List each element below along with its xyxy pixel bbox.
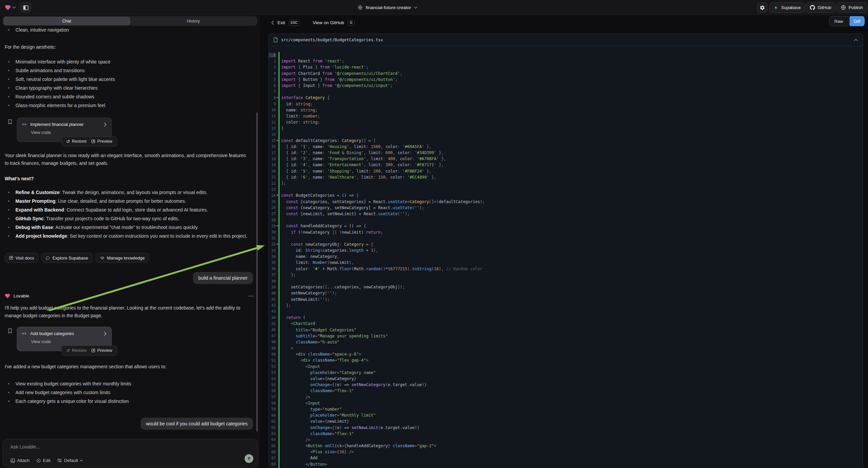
code-scroll-area[interactable]: 12import React from 'react';3import { Pl… (269, 46, 863, 468)
composer-input[interactable]: Ask Lovable... (10, 444, 40, 449)
view-code-link[interactable]: View code (31, 130, 107, 135)
list-item: Add project knowledge: Set key context o… (5, 232, 251, 240)
view-on-github-button[interactable]: View on GitHub (313, 20, 344, 25)
line-number: 11 (269, 114, 276, 118)
list-item: Soft, neutral color palette with light b… (5, 75, 251, 84)
fold-chevron-icon[interactable] (276, 244, 278, 245)
gear-icon (760, 5, 765, 10)
raw-diff-toggle: Raw Diff (829, 16, 865, 26)
attach-button[interactable]: Attach (10, 458, 30, 463)
project-switcher[interactable]: financial-future-creator (358, 0, 417, 15)
external-link-icon (9, 256, 13, 260)
preview-button[interactable]: Preview (91, 139, 112, 144)
code-text: }; (278, 303, 291, 308)
code-text: <Input (278, 401, 320, 406)
code-line: 54 value={newCategory} (269, 376, 863, 382)
list-item: Master Prompting: Use clear, detailed, a… (5, 197, 251, 205)
chevron-left-icon[interactable] (271, 21, 274, 25)
diff-toggle-button[interactable]: Diff (849, 16, 865, 26)
code-text: const defaultCategories: Category[] = [ (278, 138, 376, 143)
code-line: 59 type="number" (269, 406, 863, 412)
tab-chat[interactable]: Chat (3, 17, 130, 25)
tab-history[interactable]: History (130, 17, 257, 25)
code-line: 35 limit: Number(newLimit), (269, 260, 863, 266)
github-button-label: GitHub (818, 5, 831, 10)
chevron-up-icon (854, 39, 858, 41)
code-line: 5import { Button } from '@/components/ui… (269, 77, 863, 83)
fold-chevron-icon[interactable] (276, 140, 278, 141)
line-number: 25 (269, 199, 276, 204)
line-number: 34 (269, 255, 276, 259)
restore-button[interactable]: ↺ Restore (66, 348, 87, 353)
edit-mode-button[interactable]: Edit (36, 458, 50, 463)
arrow-up-icon (247, 457, 251, 461)
sidebar-toggle-button[interactable] (20, 2, 31, 13)
line-number: 4 (269, 71, 276, 76)
list-item: Expand with Backend: Connect Supabase to… (5, 205, 251, 214)
lovable-logo-icon[interactable] (5, 4, 11, 11)
code-text: setNewCategory(''); (278, 291, 337, 295)
fold-chevron-icon[interactable] (276, 195, 278, 196)
code-line: 63 className="flex-1" (269, 431, 863, 437)
line-number: 65 (269, 444, 276, 448)
bookmark-icon[interactable] (7, 328, 13, 334)
code-text: /> (278, 437, 310, 442)
line-number: 30 (269, 230, 276, 234)
raw-toggle-button[interactable]: Raw (829, 16, 848, 26)
publish-button[interactable]: Publish (836, 2, 867, 13)
line-number: 67 (269, 456, 276, 460)
chevron-right-icon (104, 122, 107, 126)
code-line: 11 limit: number; (269, 113, 863, 119)
send-button[interactable] (245, 454, 253, 463)
restore-button[interactable]: ↺ Restore (66, 139, 87, 144)
code-line: 47 subtitle="Manage your spending limits… (269, 333, 863, 339)
line-number: 48 (269, 340, 276, 344)
preview-button[interactable]: Preview (91, 348, 112, 353)
restore-preview-pill: ↺ Restore Preview (61, 346, 117, 355)
file-header[interactable]: src/components/budget/BudgetCategories.t… (269, 34, 863, 46)
github-button[interactable]: GitHub (806, 2, 835, 13)
fold-chevron-icon[interactable] (276, 225, 278, 227)
settings-button[interactable] (757, 2, 767, 13)
assistant-header: Lovable (5, 293, 253, 299)
line-number: 62 (269, 426, 276, 430)
code-line: 64 /> (269, 437, 863, 443)
code-line: 61 value={newLimit} (269, 418, 863, 425)
code-text: setCategories([...categories, newCategor… (278, 285, 405, 289)
chat-history-tabs: Chat History (3, 16, 257, 26)
visit-docs-button[interactable]: Visit docs (5, 253, 38, 263)
code-text: > (278, 346, 293, 351)
code-text: }; (278, 273, 296, 277)
code-line: 60 placeholder="Monthly limit" (269, 412, 863, 418)
view-code-link[interactable]: View code (31, 339, 107, 344)
line-number: 40 (269, 291, 276, 295)
list-item: Glass-morphic elements for a premium fee… (5, 101, 251, 110)
fold-chevron-icon[interactable] (276, 97, 278, 98)
manage-knowledge-button[interactable]: Manage knowledge (96, 253, 149, 263)
collapse-file-button[interactable] (854, 39, 858, 41)
code-line: 1 (269, 52, 863, 58)
supabase-button[interactable]: Supabase (769, 2, 805, 13)
restore-preview-pill: ↺ Restore Preview (61, 136, 117, 146)
chevron-down-icon[interactable] (12, 6, 16, 9)
line-number: 55 (269, 383, 276, 387)
exit-button[interactable]: Exit (277, 20, 285, 25)
chat-scrollbar[interactable] (256, 113, 258, 431)
line-number: 43 (269, 309, 276, 314)
assistant-paragraph: I'll help you add budget categories to t… (5, 304, 251, 320)
code-line: 23 (269, 186, 863, 193)
code-line: 37 }; (269, 272, 863, 278)
line-number: 61 (269, 419, 276, 424)
chat-composer[interactable]: Ask Lovable... Attach Edit (3, 439, 258, 467)
lovable-avatar-icon (5, 293, 10, 299)
esc-key-badge: ESC (288, 20, 300, 26)
explore-supabase-button[interactable]: Explore Supabase (41, 253, 92, 263)
more-options-icon[interactable] (248, 295, 253, 297)
model-selector[interactable]: Default (57, 458, 83, 463)
code-line: 65 <Button onClick={handleAddCategory} c… (269, 443, 863, 449)
publish-button-label: Publish (848, 5, 863, 10)
bookmark-icon[interactable] (7, 119, 13, 124)
code-line: 58 <Input (269, 400, 863, 406)
globe-icon (358, 5, 363, 10)
code-text: </Button> (278, 462, 327, 467)
